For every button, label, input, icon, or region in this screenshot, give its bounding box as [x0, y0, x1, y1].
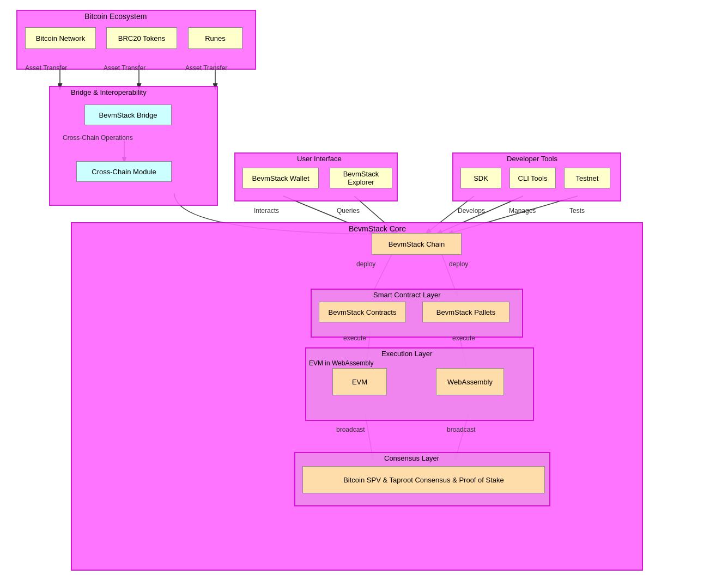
cross-chain-module-box: Cross-Chain Module — [76, 161, 172, 182]
asset-transfer-label-3: Asset Transfer — [185, 64, 227, 72]
consensus-label: Consensus Layer — [384, 454, 439, 462]
bevmstack-chain-box: BevmStack Chain — [372, 233, 462, 255]
execution-label: Execution Layer — [381, 350, 432, 358]
bevm-core-label: BevmStack Core — [349, 224, 406, 233]
execute1-label: execute — [343, 334, 366, 342]
diagram-container: Bitcoin Ecosystem Bitcoin Network BRC20 … — [0, 0, 728, 587]
broadcast2-label: broadcast — [447, 426, 476, 433]
testnet-box: Testnet — [564, 168, 610, 188]
evm-box: EVM — [332, 368, 387, 395]
bridge-section — [49, 86, 218, 206]
asset-transfer-label-1: Asset Transfer — [25, 64, 67, 72]
execution-sublabel: EVM in WebAssembly — [309, 359, 373, 367]
bitcoin-network-box: Bitcoin Network — [25, 27, 96, 49]
bitcoin-ecosystem-label: Bitcoin Ecosystem — [84, 12, 147, 21]
bevmstack-pallets-box: BevmStack Pallets — [422, 302, 509, 322]
consensus-box: Bitcoin SPV & Taproot Consensus & Proof … — [302, 466, 545, 493]
develops-label: Develops — [458, 207, 485, 215]
deploy2-label: deploy — [449, 260, 468, 268]
broadcast1-label: broadcast — [336, 426, 365, 433]
cli-tools-box: CLI Tools — [509, 168, 556, 188]
brc20-tokens-box: BRC20 Tokens — [106, 27, 177, 49]
bevmstack-contracts-box: BevmStack Contracts — [319, 302, 406, 322]
bevmstack-wallet-box: BevmStack Wallet — [242, 168, 319, 188]
cross-chain-ops-label: Cross-Chain Operations — [63, 134, 133, 142]
user-interface-label: User Interface — [297, 155, 342, 163]
deploy1-label: deploy — [356, 260, 375, 268]
tests-label: Tests — [569, 207, 585, 215]
bridge-label: Bridge & Interoperability — [71, 88, 147, 96]
manages-label: Manages — [509, 207, 536, 215]
queries-label: Queries — [337, 207, 360, 215]
bevmstack-explorer-box: BevmStack Explorer — [330, 168, 392, 188]
smart-contract-label: Smart Contract Layer — [373, 291, 441, 299]
interacts-label: Interacts — [254, 207, 279, 215]
bevmstack-bridge-box: BevmStack Bridge — [84, 105, 172, 125]
sdk-box: SDK — [460, 168, 501, 188]
asset-transfer-label-2: Asset Transfer — [104, 64, 145, 72]
execute2-label: execute — [452, 334, 475, 342]
developer-tools-label: Developer Tools — [507, 155, 557, 163]
webassembly-box: WebAssembly — [436, 368, 504, 395]
runes-box: Runes — [188, 27, 242, 49]
